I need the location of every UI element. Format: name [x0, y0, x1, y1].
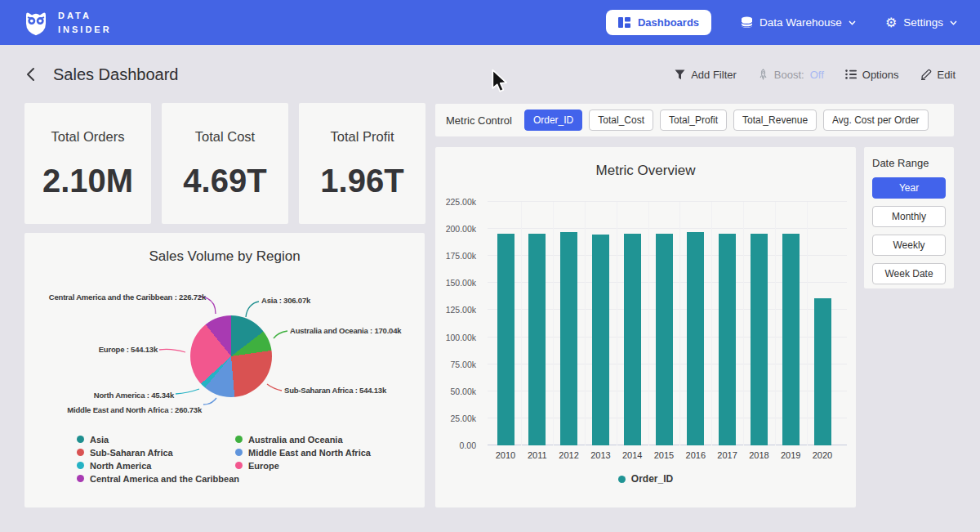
- legend-item-europe[interactable]: Europe: [235, 461, 371, 470]
- dashboards-button[interactable]: Dashboards: [606, 10, 711, 35]
- options-label: Options: [862, 69, 899, 81]
- pie-label-europe: Europe : 544.13k: [99, 345, 158, 354]
- kpi-label: Total Profit: [299, 129, 425, 145]
- legend-label: Asia: [90, 435, 109, 445]
- kpi-card-total-cost: Total Cost 4.69T: [162, 103, 288, 224]
- page-header: Sales Dashboard Add Filter Boost: Off: [0, 45, 980, 104]
- pie-label-mena: Middle East and North Africa : 260.73k: [67, 405, 202, 414]
- bar-chart-title: Metric Overview: [435, 147, 856, 179]
- metric-button-total-cost[interactable]: Total_Cost: [589, 110, 653, 131]
- y-tick-label: 225.00k: [446, 197, 476, 207]
- edit-button[interactable]: Edit: [920, 69, 956, 81]
- bar-2018: [751, 234, 768, 445]
- edit-label: Edit: [938, 69, 956, 81]
- dashboards-label: Dashboards: [638, 16, 699, 29]
- header-actions: Add Filter Boost: Off Options: [675, 69, 956, 81]
- kpi-value: 1.96T: [299, 163, 425, 199]
- metric-button-avg-cost-per-order[interactable]: Avg. Cost per Order: [823, 110, 929, 131]
- boost-value: Off: [810, 69, 824, 81]
- back-button[interactable]: [24, 65, 37, 83]
- brand-line1: DATA: [58, 9, 112, 23]
- vertical-gridline: [711, 202, 712, 445]
- owl-logo-icon: [23, 9, 49, 37]
- add-filter-button[interactable]: Add Filter: [675, 69, 737, 81]
- legend-label: North America: [90, 461, 151, 471]
- rocket-icon: [758, 69, 768, 80]
- bar-ylabels: 0.0025.00k50.00k75.00k100.00k125.00k150.…: [435, 202, 481, 445]
- legend-item-central-america[interactable]: Central America and the Caribbean: [77, 474, 239, 483]
- dashboards-grid-icon: [618, 17, 630, 28]
- legend-dot: [77, 449, 84, 456]
- brand-line2: INSIDER: [58, 23, 112, 37]
- metric-button-total-profit[interactable]: Total_Profit: [660, 110, 727, 131]
- legend-item-mena[interactable]: Middle East and North Africa: [235, 448, 371, 457]
- x-tick-label: 2012: [553, 450, 586, 460]
- pie-legend-column-2: Australia and Oceania Middle East and No…: [235, 435, 371, 470]
- x-tick-label: 2020: [806, 450, 839, 460]
- chevron-down-icon: [849, 20, 856, 25]
- legend-label: Middle East and North Africa: [248, 448, 371, 458]
- legend-item-asia[interactable]: Asia: [77, 435, 239, 444]
- y-tick-label: 150.00k: [446, 278, 476, 288]
- kpi-value: 2.10M: [24, 163, 151, 199]
- legend-label: Central America and the Caribbean: [90, 474, 239, 484]
- bar-plot: [488, 202, 847, 445]
- bar-2011: [528, 234, 546, 445]
- legend-dot: [235, 436, 243, 443]
- legend-label: Europe: [248, 461, 279, 471]
- data-warehouse-label: Data Warehouse: [760, 16, 842, 29]
- metric-button-total-revenue[interactable]: Total_Revenue: [733, 110, 817, 131]
- x-tick-label: 2013: [584, 450, 617, 460]
- pie-label-north-america: North America : 45.34k: [94, 391, 174, 400]
- chevron-down-icon: [950, 20, 957, 25]
- options-button[interactable]: Options: [845, 69, 899, 81]
- bar-2012: [560, 232, 577, 445]
- bar-2017: [719, 234, 736, 445]
- legend-item-sub-saharan-africa[interactable]: Sub-Saharan Africa: [77, 448, 239, 457]
- legend-item-north-america[interactable]: North America: [77, 461, 239, 470]
- pie-label-central-america: Central America and the Caribbean : 226.…: [49, 293, 206, 302]
- legend-dot: [77, 436, 84, 443]
- top-nav: DATA INSIDER Dashboards D: [0, 0, 980, 45]
- kpi-card-total-profit: Total Profit 1.96T: [299, 103, 425, 224]
- kpi-value: 4.69T: [162, 163, 288, 199]
- bar-2020: [814, 298, 831, 445]
- pie-label-asia: Asia : 306.07k: [261, 296, 310, 305]
- settings-menu[interactable]: ⚙ Settings: [885, 16, 957, 29]
- sales-volume-by-region-card: Sales Volume by Region Asia : 306.07k Au…: [24, 233, 425, 507]
- legend-label: Australia and Oceania: [248, 435, 343, 445]
- date-range-card: Date Range Year Monthly Weekly Week Date: [864, 147, 954, 288]
- legend-dot: [235, 462, 243, 469]
- pie-chart-title: Sales Volume by Region: [24, 233, 425, 265]
- metric-control-bar: Metric Control Order_ID Total_Cost Total…: [435, 104, 954, 136]
- metric-button-order-id[interactable]: Order_ID: [524, 110, 582, 131]
- date-range-button-year[interactable]: Year: [872, 177, 946, 199]
- pie-legend-column-1: Asia Sub-Saharan Africa North America Ce…: [77, 435, 239, 483]
- x-tick-label: 2014: [616, 450, 648, 460]
- brand[interactable]: DATA INSIDER: [23, 9, 112, 37]
- date-range-button-week-date[interactable]: Week Date: [872, 263, 946, 284]
- vertical-gridline: [521, 202, 522, 445]
- y-tick-label: 25.00k: [450, 414, 476, 423]
- boost-toggle[interactable]: Boost: Off: [758, 69, 824, 81]
- x-tick-label: 2017: [711, 450, 744, 460]
- legend-item-australia-oceania[interactable]: Australia and Oceania: [235, 435, 371, 444]
- data-warehouse-menu[interactable]: Data Warehouse: [741, 16, 856, 29]
- gear-icon: ⚙: [885, 16, 897, 29]
- date-range-button-monthly[interactable]: Monthly: [872, 206, 946, 227]
- vertical-gridline: [679, 202, 680, 445]
- vertical-gridline: [553, 202, 554, 445]
- legend-dot: [235, 449, 243, 456]
- pie-label-sub-saharan-africa: Sub-Saharan Africa : 544.13k: [284, 386, 386, 395]
- x-tick-label: 2011: [521, 450, 554, 460]
- date-range-button-weekly[interactable]: Weekly: [872, 235, 946, 256]
- bar-2019: [782, 234, 800, 445]
- database-icon: [741, 16, 753, 29]
- y-tick-label: 100.00k: [446, 333, 476, 342]
- options-list-icon: [845, 69, 857, 79]
- date-range-label: Date Range: [872, 157, 946, 169]
- bar-legend-item[interactable]: Order_ID: [435, 473, 856, 485]
- pie-label-australia-oceania: Australia and Oceania : 170.04k: [290, 326, 401, 335]
- kpi-label: Total Cost: [162, 129, 288, 145]
- legend-label: Order_ID: [631, 473, 673, 485]
